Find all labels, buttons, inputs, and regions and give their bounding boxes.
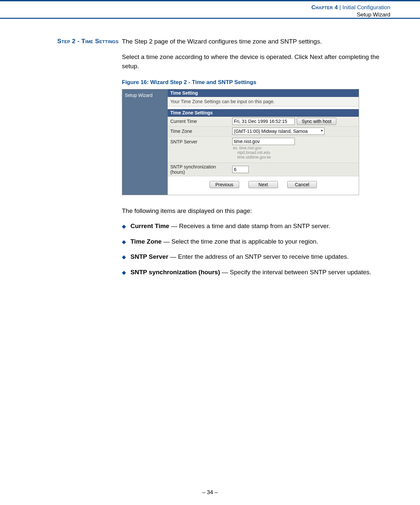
figure-caption: Figure 16: Wizard Step 2 - Time and SNTP… — [122, 79, 390, 86]
bullet-item: ◆ Time Zone — Select the time zone that … — [122, 237, 390, 247]
input-sntp-sync[interactable]: 6 — [232, 166, 249, 173]
bullet-desc: — Specify the interval between SNTP serv… — [220, 269, 371, 276]
bullet-list: ◆ Current Time — Receives a time and dat… — [122, 222, 390, 277]
bullet-item: ◆ SNTP Server — Enter the address of an … — [122, 252, 390, 262]
label-sntp-server: SNTP Server — [168, 136, 230, 146]
hint-sntp-server: ex. time.nist.gov ntp0.broad.mit.edu tim… — [232, 145, 357, 161]
diamond-icon: ◆ — [122, 269, 126, 277]
bullet-term: Time Zone — [130, 238, 162, 245]
bullet-item: ◆ Current Time — Receives a time and dat… — [122, 222, 390, 231]
diamond-icon: ◆ — [122, 223, 126, 230]
diamond-icon: ◆ — [122, 238, 126, 246]
input-current-time[interactable]: Fri, 31 Dec 1999 16:52:15 — [232, 118, 295, 125]
diamond-icon: ◆ — [122, 253, 126, 261]
wizard-sidebar-label: Setup Wizard — [125, 93, 153, 98]
bullet-term: SNTP Server — [130, 253, 168, 260]
figure-screenshot: Setup Wizard Time Setting Your Time Zone… — [122, 89, 359, 195]
panel-subtext: Your Time Zone Settings can be input on … — [168, 97, 359, 106]
cancel-button[interactable]: Cancel — [287, 181, 317, 188]
panel-heading-time-setting: Time Setting — [168, 89, 359, 97]
page-number: – 34 – — [0, 489, 420, 496]
section-heading: Step 2 - Time Settings — [53, 37, 119, 45]
sync-with-host-button[interactable]: Sync with host — [297, 118, 336, 125]
next-button[interactable]: Next — [248, 181, 278, 188]
page-header: Chapter 4 | Initial Configuration Setup … — [0, 0, 420, 18]
bullet-desc: — Select the time zone that is applicabl… — [162, 238, 318, 245]
row-sntp-server: SNTP Server time.nist.gov ex. time.nist.… — [168, 136, 359, 163]
chapter-label: Chapter 4 — [311, 4, 338, 11]
chapter-separator: | — [338, 4, 343, 11]
row-time-zone: Time Zone (GMT-11:00) Midway Island, Sam… — [168, 127, 359, 136]
label-time-zone: Time Zone — [168, 127, 230, 135]
label-sntp-sync: SNTP synchronization (hours) — [168, 163, 230, 176]
panel-heading-tz-settings: Time Zone Settings — [168, 109, 359, 117]
bullet-term: Current Time — [130, 223, 169, 229]
intro-paragraph-2: Select a time zone according to where th… — [122, 52, 390, 71]
previous-button[interactable]: Previous — [210, 181, 239, 188]
row-current-time: Current Time Fri, 31 Dec 1999 16:52:15 S… — [168, 117, 359, 127]
wizard-button-row: Previous Next Cancel — [168, 176, 359, 194]
row-sntp-sync: SNTP synchronization (hours) 6 — [168, 163, 359, 176]
wizard-sidebar: Setup Wizard — [122, 89, 168, 195]
bullet-desc: — Enter the address of an SNTP server to… — [168, 253, 349, 260]
header-rule — [0, 18, 420, 19]
chapter-title: Initial Configuration — [342, 4, 390, 11]
chapter-subtitle: Setup Wizard — [357, 12, 390, 18]
label-current-time: Current Time — [168, 117, 230, 125]
bullet-desc: — Receives a time and date stamp from an… — [169, 223, 330, 229]
intro-paragraph-1: The Step 2 page of the Wizard configures… — [122, 37, 390, 46]
below-fig-text: The following items are displayed on thi… — [122, 206, 390, 216]
bullet-term: SNTP synchronization (hours) — [130, 269, 220, 276]
bullet-item: ◆ SNTP synchronization (hours) — Specify… — [122, 268, 390, 277]
select-time-zone[interactable]: (GMT-11:00) Midway Island, Samoa — [232, 128, 324, 135]
input-sntp-server[interactable]: time.nist.gov — [232, 138, 295, 145]
